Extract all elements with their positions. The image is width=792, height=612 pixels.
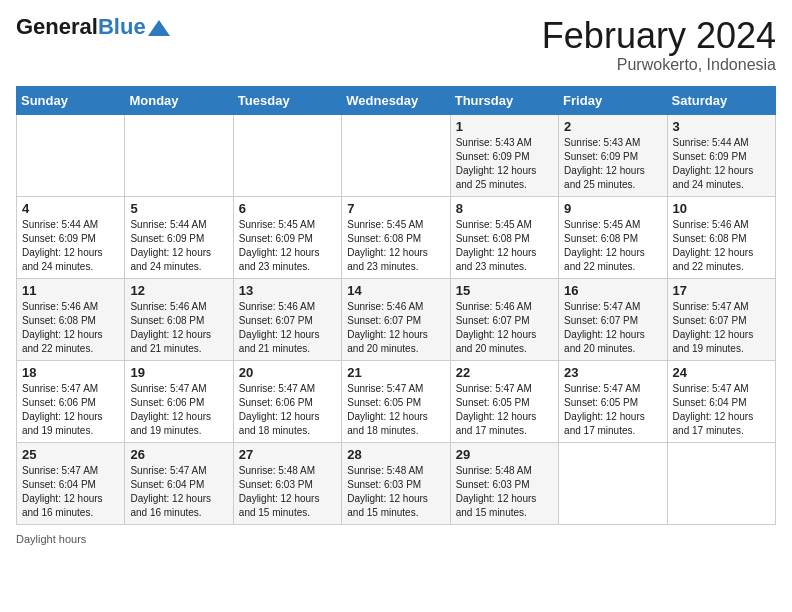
- cell-content: Sunrise: 5:46 AM Sunset: 6:08 PM Dayligh…: [130, 300, 227, 356]
- day-number: 3: [673, 119, 770, 134]
- day-number: 1: [456, 119, 553, 134]
- cell-content: Sunrise: 5:45 AM Sunset: 6:09 PM Dayligh…: [239, 218, 336, 274]
- calendar-cell: 18Sunrise: 5:47 AM Sunset: 6:06 PM Dayli…: [17, 360, 125, 442]
- calendar-week-row: 18Sunrise: 5:47 AM Sunset: 6:06 PM Dayli…: [17, 360, 776, 442]
- calendar-cell: 17Sunrise: 5:47 AM Sunset: 6:07 PM Dayli…: [667, 278, 775, 360]
- day-number: 24: [673, 365, 770, 380]
- cell-content: Sunrise: 5:45 AM Sunset: 6:08 PM Dayligh…: [347, 218, 444, 274]
- footer: Daylight hours: [16, 533, 776, 545]
- logo-blue: Blue: [98, 14, 146, 39]
- cell-content: Sunrise: 5:47 AM Sunset: 6:06 PM Dayligh…: [130, 382, 227, 438]
- calendar-cell: 11Sunrise: 5:46 AM Sunset: 6:08 PM Dayli…: [17, 278, 125, 360]
- calendar-cell: 9Sunrise: 5:45 AM Sunset: 6:08 PM Daylig…: [559, 196, 667, 278]
- day-number: 13: [239, 283, 336, 298]
- day-number: 12: [130, 283, 227, 298]
- day-number: 5: [130, 201, 227, 216]
- calendar-cell: 26Sunrise: 5:47 AM Sunset: 6:04 PM Dayli…: [125, 442, 233, 524]
- calendar-cell: 1Sunrise: 5:43 AM Sunset: 6:09 PM Daylig…: [450, 114, 558, 196]
- calendar-week-row: 4Sunrise: 5:44 AM Sunset: 6:09 PM Daylig…: [17, 196, 776, 278]
- cell-content: Sunrise: 5:47 AM Sunset: 6:05 PM Dayligh…: [456, 382, 553, 438]
- calendar-week-row: 11Sunrise: 5:46 AM Sunset: 6:08 PM Dayli…: [17, 278, 776, 360]
- logo-text: GeneralBlue: [16, 16, 146, 38]
- calendar-cell: [342, 114, 450, 196]
- cell-content: Sunrise: 5:43 AM Sunset: 6:09 PM Dayligh…: [564, 136, 661, 192]
- header-wednesday: Wednesday: [342, 86, 450, 114]
- header-sunday: Sunday: [17, 86, 125, 114]
- header-monday: Monday: [125, 86, 233, 114]
- day-number: 8: [456, 201, 553, 216]
- calendar-cell: 28Sunrise: 5:48 AM Sunset: 6:03 PM Dayli…: [342, 442, 450, 524]
- calendar-week-row: 1Sunrise: 5:43 AM Sunset: 6:09 PM Daylig…: [17, 114, 776, 196]
- day-number: 16: [564, 283, 661, 298]
- day-number: 7: [347, 201, 444, 216]
- calendar-cell: 14Sunrise: 5:46 AM Sunset: 6:07 PM Dayli…: [342, 278, 450, 360]
- day-number: 26: [130, 447, 227, 462]
- header-thursday: Thursday: [450, 86, 558, 114]
- day-number: 23: [564, 365, 661, 380]
- day-number: 20: [239, 365, 336, 380]
- header-friday: Friday: [559, 86, 667, 114]
- day-number: 15: [456, 283, 553, 298]
- day-number: 9: [564, 201, 661, 216]
- cell-content: Sunrise: 5:48 AM Sunset: 6:03 PM Dayligh…: [456, 464, 553, 520]
- cell-content: Sunrise: 5:47 AM Sunset: 6:06 PM Dayligh…: [22, 382, 119, 438]
- calendar-table: SundayMondayTuesdayWednesdayThursdayFrid…: [16, 86, 776, 525]
- calendar-cell: 7Sunrise: 5:45 AM Sunset: 6:08 PM Daylig…: [342, 196, 450, 278]
- day-number: 11: [22, 283, 119, 298]
- cell-content: Sunrise: 5:44 AM Sunset: 6:09 PM Dayligh…: [130, 218, 227, 274]
- calendar-cell: [233, 114, 341, 196]
- calendar-cell: 16Sunrise: 5:47 AM Sunset: 6:07 PM Dayli…: [559, 278, 667, 360]
- day-number: 25: [22, 447, 119, 462]
- day-number: 19: [130, 365, 227, 380]
- cell-content: Sunrise: 5:46 AM Sunset: 6:07 PM Dayligh…: [239, 300, 336, 356]
- cell-content: Sunrise: 5:46 AM Sunset: 6:08 PM Dayligh…: [22, 300, 119, 356]
- month-year-title: February 2024: [542, 16, 776, 56]
- cell-content: Sunrise: 5:47 AM Sunset: 6:05 PM Dayligh…: [564, 382, 661, 438]
- calendar-cell: 20Sunrise: 5:47 AM Sunset: 6:06 PM Dayli…: [233, 360, 341, 442]
- day-number: 2: [564, 119, 661, 134]
- calendar-cell: 22Sunrise: 5:47 AM Sunset: 6:05 PM Dayli…: [450, 360, 558, 442]
- cell-content: Sunrise: 5:47 AM Sunset: 6:06 PM Dayligh…: [239, 382, 336, 438]
- day-number: 17: [673, 283, 770, 298]
- day-number: 29: [456, 447, 553, 462]
- logo-icon: [148, 20, 170, 36]
- calendar-cell: 6Sunrise: 5:45 AM Sunset: 6:09 PM Daylig…: [233, 196, 341, 278]
- calendar-cell: 27Sunrise: 5:48 AM Sunset: 6:03 PM Dayli…: [233, 442, 341, 524]
- header-tuesday: Tuesday: [233, 86, 341, 114]
- cell-content: Sunrise: 5:47 AM Sunset: 6:04 PM Dayligh…: [673, 382, 770, 438]
- calendar-cell: [559, 442, 667, 524]
- calendar-header-row: SundayMondayTuesdayWednesdayThursdayFrid…: [17, 86, 776, 114]
- cell-content: Sunrise: 5:45 AM Sunset: 6:08 PM Dayligh…: [456, 218, 553, 274]
- cell-content: Sunrise: 5:47 AM Sunset: 6:07 PM Dayligh…: [673, 300, 770, 356]
- cell-content: Sunrise: 5:47 AM Sunset: 6:04 PM Dayligh…: [22, 464, 119, 520]
- title-block: February 2024 Purwokerto, Indonesia: [542, 16, 776, 74]
- calendar-cell: 2Sunrise: 5:43 AM Sunset: 6:09 PM Daylig…: [559, 114, 667, 196]
- day-number: 4: [22, 201, 119, 216]
- cell-content: Sunrise: 5:46 AM Sunset: 6:07 PM Dayligh…: [456, 300, 553, 356]
- calendar-cell: 10Sunrise: 5:46 AM Sunset: 6:08 PM Dayli…: [667, 196, 775, 278]
- page-header: GeneralBlue February 2024 Purwokerto, In…: [16, 16, 776, 74]
- calendar-cell: [125, 114, 233, 196]
- calendar-cell: 21Sunrise: 5:47 AM Sunset: 6:05 PM Dayli…: [342, 360, 450, 442]
- calendar-cell: 8Sunrise: 5:45 AM Sunset: 6:08 PM Daylig…: [450, 196, 558, 278]
- calendar-cell: 15Sunrise: 5:46 AM Sunset: 6:07 PM Dayli…: [450, 278, 558, 360]
- cell-content: Sunrise: 5:48 AM Sunset: 6:03 PM Dayligh…: [239, 464, 336, 520]
- calendar-cell: 12Sunrise: 5:46 AM Sunset: 6:08 PM Dayli…: [125, 278, 233, 360]
- cell-content: Sunrise: 5:46 AM Sunset: 6:08 PM Dayligh…: [673, 218, 770, 274]
- cell-content: Sunrise: 5:44 AM Sunset: 6:09 PM Dayligh…: [22, 218, 119, 274]
- cell-content: Sunrise: 5:48 AM Sunset: 6:03 PM Dayligh…: [347, 464, 444, 520]
- header-saturday: Saturday: [667, 86, 775, 114]
- calendar-cell: 3Sunrise: 5:44 AM Sunset: 6:09 PM Daylig…: [667, 114, 775, 196]
- day-number: 18: [22, 365, 119, 380]
- calendar-cell: 4Sunrise: 5:44 AM Sunset: 6:09 PM Daylig…: [17, 196, 125, 278]
- calendar-cell: 5Sunrise: 5:44 AM Sunset: 6:09 PM Daylig…: [125, 196, 233, 278]
- svg-marker-0: [148, 20, 170, 36]
- day-number: 28: [347, 447, 444, 462]
- calendar-cell: [17, 114, 125, 196]
- cell-content: Sunrise: 5:47 AM Sunset: 6:07 PM Dayligh…: [564, 300, 661, 356]
- cell-content: Sunrise: 5:47 AM Sunset: 6:04 PM Dayligh…: [130, 464, 227, 520]
- calendar-cell: 24Sunrise: 5:47 AM Sunset: 6:04 PM Dayli…: [667, 360, 775, 442]
- calendar-week-row: 25Sunrise: 5:47 AM Sunset: 6:04 PM Dayli…: [17, 442, 776, 524]
- cell-content: Sunrise: 5:46 AM Sunset: 6:07 PM Dayligh…: [347, 300, 444, 356]
- cell-content: Sunrise: 5:43 AM Sunset: 6:09 PM Dayligh…: [456, 136, 553, 192]
